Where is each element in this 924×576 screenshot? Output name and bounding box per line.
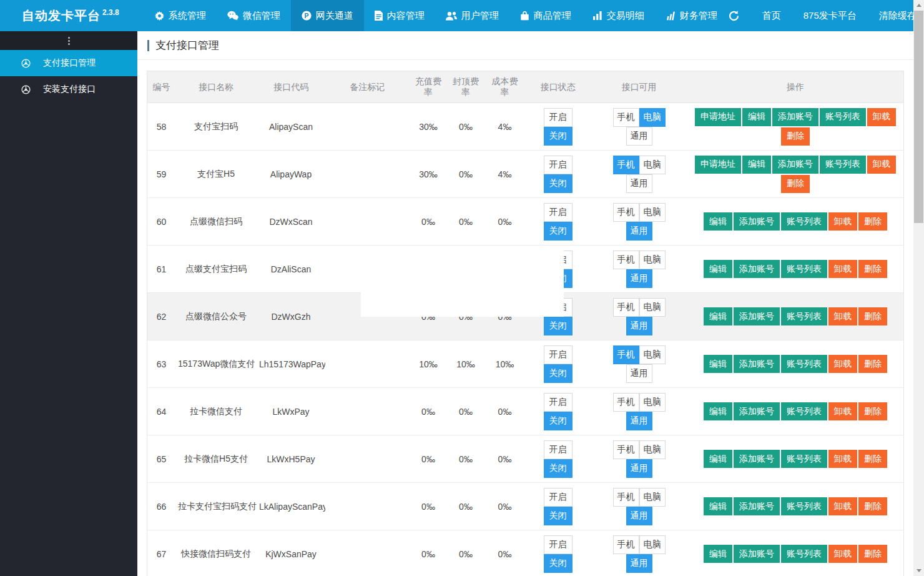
mobile-button[interactable]: 手机 <box>613 298 639 317</box>
add-account-button[interactable]: 添加账号 <box>734 497 780 515</box>
account-list-button[interactable]: 账号列表 <box>781 545 827 563</box>
pc-button[interactable]: 电脑 <box>639 393 666 412</box>
common-button[interactable]: 通用 <box>626 317 652 335</box>
uninstall-button[interactable]: 卸载 <box>828 497 857 515</box>
delete-button[interactable]: 删除 <box>858 212 887 231</box>
vertical-scrollbar[interactable] <box>913 0 924 576</box>
common-button[interactable]: 通用 <box>626 554 652 573</box>
account-list-button[interactable]: 账号列表 <box>781 260 827 278</box>
edit-button[interactable]: 编辑 <box>704 260 732 278</box>
nav-item-wechat[interactable]: 微信管理 <box>217 0 291 31</box>
pc-button[interactable]: 电脑 <box>639 251 666 269</box>
mobile-button[interactable]: 手机 <box>613 440 639 459</box>
mobile-button[interactable]: 手机 <box>613 535 639 554</box>
mobile-button[interactable]: 手机 <box>613 108 639 127</box>
nav-item-system[interactable]: 系统管理 <box>144 0 217 31</box>
account-list-button[interactable]: 账号列表 <box>781 497 827 515</box>
edit-button[interactable]: 编辑 <box>704 307 732 325</box>
uninstall-button[interactable]: 卸载 <box>828 450 857 468</box>
common-button[interactable]: 通用 <box>626 222 652 241</box>
add-account-button[interactable]: 添加账号 <box>734 212 780 231</box>
delete-button[interactable]: 删除 <box>781 127 810 146</box>
nav-platform-link[interactable]: 875发卡平台 <box>804 10 857 22</box>
account-list-button[interactable]: 账号列表 <box>781 212 827 231</box>
open-button[interactable]: 开启 <box>544 393 573 412</box>
add-account-button[interactable]: 添加账号 <box>734 402 780 420</box>
nav-item-gateway[interactable]: P网关通道 <box>291 0 364 31</box>
add-account-button[interactable]: 添加账号 <box>734 355 780 373</box>
apply-url-button[interactable]: 申请地址 <box>695 108 741 126</box>
pc-button[interactable]: 电脑 <box>639 203 666 222</box>
pc-button[interactable]: 电脑 <box>639 488 666 507</box>
account-list-button[interactable]: 账号列表 <box>781 450 827 468</box>
add-account-button[interactable]: 添加账号 <box>734 307 780 325</box>
edit-button[interactable]: 编辑 <box>704 212 732 231</box>
uninstall-button[interactable]: 卸载 <box>828 212 857 231</box>
uninstall-button[interactable]: 卸载 <box>867 156 896 174</box>
delete-button[interactable]: 删除 <box>858 260 887 278</box>
delete-button[interactable]: 删除 <box>858 450 887 468</box>
edit-button[interactable]: 编辑 <box>742 108 771 126</box>
close-button[interactable]: 关闭 <box>544 127 573 146</box>
common-button[interactable]: 通用 <box>626 174 652 193</box>
mobile-button[interactable]: 手机 <box>613 203 639 222</box>
common-button[interactable]: 通用 <box>626 459 652 478</box>
uninstall-button[interactable]: 卸载 <box>828 307 857 325</box>
sidebar-item-pay-api-manage[interactable]: 支付接口管理 <box>0 50 137 76</box>
open-button[interactable]: 开启 <box>544 535 573 554</box>
add-account-button[interactable]: 添加账号 <box>734 260 780 278</box>
uninstall-button[interactable]: 卸载 <box>828 402 857 420</box>
nav-item-products[interactable]: 商品管理 <box>509 0 582 31</box>
close-button[interactable]: 关闭 <box>544 222 573 241</box>
sidebar-item-install-pay-api[interactable]: 安装支付接口 <box>0 76 137 102</box>
close-button[interactable]: 关闭 <box>544 364 573 383</box>
edit-button[interactable]: 编辑 <box>704 545 732 563</box>
scrollbar-thumb[interactable] <box>914 11 923 223</box>
nav-home-link[interactable]: 首页 <box>762 10 781 22</box>
pc-button[interactable]: 电脑 <box>639 156 666 174</box>
open-button[interactable]: 开启 <box>544 156 573 174</box>
edit-button[interactable]: 编辑 <box>704 497 732 515</box>
mobile-button[interactable]: 手机 <box>613 488 639 507</box>
common-button[interactable]: 通用 <box>626 364 652 383</box>
common-button[interactable]: 通用 <box>626 127 652 146</box>
nav-item-content[interactable]: 内容管理 <box>364 0 435 31</box>
mobile-button[interactable]: 手机 <box>613 156 639 174</box>
delete-button[interactable]: 删除 <box>858 545 887 563</box>
common-button[interactable]: 通用 <box>626 507 652 525</box>
mobile-button[interactable]: 手机 <box>613 251 639 269</box>
close-button[interactable]: 关闭 <box>544 174 573 193</box>
apply-url-button[interactable]: 申请地址 <box>695 156 741 174</box>
add-account-button[interactable]: 添加账号 <box>734 545 780 563</box>
account-list-button[interactable]: 账号列表 <box>820 108 866 126</box>
delete-button[interactable]: 删除 <box>858 497 887 515</box>
add-account-button[interactable]: 添加账号 <box>734 450 780 468</box>
edit-button[interactable]: 编辑 <box>704 450 732 468</box>
uninstall-button[interactable]: 卸载 <box>828 355 857 373</box>
common-button[interactable]: 通用 <box>626 269 652 288</box>
mobile-button[interactable]: 手机 <box>613 345 639 364</box>
edit-button[interactable]: 编辑 <box>704 402 732 420</box>
account-list-button[interactable]: 账号列表 <box>781 355 827 373</box>
pc-button[interactable]: 电脑 <box>639 535 666 554</box>
common-button[interactable]: 通用 <box>626 412 652 430</box>
refresh-icon[interactable] <box>728 10 740 22</box>
account-list-button[interactable]: 账号列表 <box>781 402 827 420</box>
edit-button[interactable]: 编辑 <box>742 156 771 174</box>
open-button[interactable]: 开启 <box>544 440 573 459</box>
delete-button[interactable]: 删除 <box>858 402 887 420</box>
edit-button[interactable]: 编辑 <box>704 355 732 373</box>
close-button[interactable]: 关闭 <box>544 459 573 478</box>
pc-button[interactable]: 电脑 <box>639 108 666 127</box>
uninstall-button[interactable]: 卸载 <box>828 260 857 278</box>
scroll-up-arrow[interactable] <box>913 0 924 11</box>
nav-clear-cache-link[interactable]: 清除缓存 <box>879 10 917 22</box>
account-list-button[interactable]: 账号列表 <box>781 307 827 325</box>
open-button[interactable]: 开启 <box>544 203 573 222</box>
close-button[interactable]: 关闭 <box>544 317 573 335</box>
pc-button[interactable]: 电脑 <box>639 345 666 364</box>
delete-button[interactable]: 删除 <box>781 175 810 193</box>
uninstall-button[interactable]: 卸载 <box>867 108 896 126</box>
close-button[interactable]: 关闭 <box>544 412 573 430</box>
account-list-button[interactable]: 账号列表 <box>820 156 866 174</box>
